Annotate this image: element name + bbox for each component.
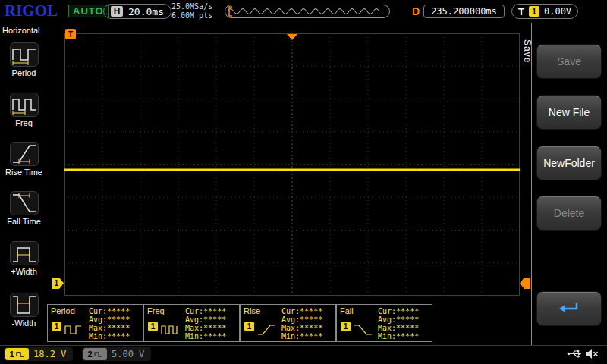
menu-button-delete[interactable]: Delete [536, 196, 602, 231]
sidebar-item-rise-time[interactable]: Rise Time [0, 142, 48, 177]
sidebar-item-label: Rise Time [0, 168, 48, 177]
rise-time-icon [10, 142, 39, 166]
usb-icon [567, 348, 582, 362]
measurement-box-freq[interactable]: Freq 1 Cur:***** Avg:***** Max:***** Min… [143, 304, 240, 342]
measurement-box-fall[interactable]: Fall 1 Cur:***** Avg:***** Max:***** Min… [336, 304, 432, 342]
square-wave-icon [94, 351, 103, 358]
freq-wave-icon [161, 323, 181, 340]
trigger-channel-badge: 1 [529, 6, 539, 17]
channel1-scale: 18.2 V [33, 349, 66, 359]
menu-tab-save: Save [522, 39, 533, 63]
sidebar-item-label: Freq [0, 118, 48, 127]
h-label: H [111, 6, 123, 17]
window-bracket-icon [229, 7, 232, 16]
measurement-values: Cur:***** Avg:***** Max:***** Min:***** [281, 307, 322, 340]
channel1-badge: 1 [5, 348, 29, 360]
horizontal-timebase-readout[interactable]: H 20.0ms [103, 4, 171, 19]
measurement-name: Rise [244, 306, 260, 315]
channel2-badge: 2 [83, 348, 107, 360]
sidebar-item-freq[interactable]: Freq [0, 93, 48, 127]
menu-button-new-file[interactable]: New File [536, 95, 602, 130]
channel1-ground-marker: 1 [52, 278, 64, 292]
delay-value: 235.200000ms [423, 5, 505, 18]
waveform-position-strip [225, 5, 390, 18]
oscilloscope-screen: RIGOL AUTO H 20.0ms 25.0MSa/s 6.00M pts … [0, 0, 607, 364]
measurement-name: Period [51, 306, 75, 315]
channel1-status[interactable]: 1 18.2 V [4, 347, 73, 361]
trigger-label: T [518, 6, 524, 17]
svg-text:1: 1 [55, 279, 59, 287]
sidebar-item-label: -Width [0, 318, 48, 328]
period-wave-icon [64, 323, 84, 340]
trigger-level-value: 0.00V [544, 6, 571, 17]
plus-width-icon [10, 241, 39, 265]
period-icon [10, 42, 39, 67]
measurement-values: Cur:***** Avg:***** Max:***** Min:***** [378, 307, 419, 340]
delay-readout: D 235.200000ms [412, 4, 505, 19]
measurement-name: Fall [340, 306, 354, 315]
sidebar-item-label: Fall Time [0, 217, 48, 226]
sample-rate: 25.0MSa/s [171, 2, 212, 11]
graticule-display [64, 33, 520, 296]
rigol-logo: RIGOL [5, 2, 58, 20]
minus-width-icon [10, 293, 39, 317]
menu-button-new-folder[interactable]: NewFolder [536, 146, 602, 180]
fall-edge-icon [354, 323, 373, 340]
channel-badge: 1 [148, 322, 158, 331]
channel-badge: 1 [341, 322, 351, 331]
measurement-values: Cur:***** Avg:***** Max:***** Min:***** [89, 307, 130, 340]
channel-badge: 1 [244, 322, 254, 331]
trigger-level-marker [520, 278, 530, 292]
sidebar-item-minus-width[interactable]: -Width [0, 293, 48, 328]
return-arrow-icon [557, 300, 581, 317]
sidebar-item-label: Period [0, 68, 48, 77]
measurement-name: Freq [147, 306, 165, 315]
timebase-value: 20.0ms [128, 6, 164, 17]
sidebar-item-label: +Width [0, 267, 48, 276]
trigger-position-marker [287, 34, 297, 40]
rise-edge-icon [257, 323, 277, 340]
channel2-status[interactable]: 2 5.00 V [82, 347, 151, 361]
strip-waveform-icon [225, 5, 389, 17]
trigger-readout[interactable]: T 1 0.00V [511, 4, 578, 19]
grid [64, 33, 520, 296]
menu-button-back[interactable] [536, 291, 602, 326]
acquisition-info: 25.0MSa/s 6.00M pts [171, 2, 212, 20]
square-wave-icon [16, 351, 25, 358]
speaker-muted-icon [585, 348, 599, 362]
sidebar-item-plus-width[interactable]: +Width [0, 241, 48, 276]
delayed-sweep-marker: T [65, 29, 76, 39]
sidebar-title: Horizontal [2, 26, 40, 35]
run-status-badge: AUTO [68, 5, 109, 17]
sidebar-item-period[interactable]: Period [0, 42, 48, 77]
measurement-box-rise[interactable]: Rise 1 Cur:***** Avg:***** Max:***** Min… [240, 304, 336, 342]
measurement-box-period[interactable]: Period 1 Cur:***** Avg:***** Max:***** M… [47, 304, 143, 342]
sidebar-item-fall-time[interactable]: Fall Time [0, 191, 48, 226]
channel2-scale: 5.00 V [112, 349, 144, 359]
freq-icon [10, 93, 39, 117]
menu-button-save[interactable]: Save [536, 44, 602, 79]
channel-badge: 1 [52, 322, 61, 331]
fall-time-icon [10, 191, 39, 215]
delay-label: D [412, 5, 420, 17]
measurement-values: Cur:***** Avg:***** Max:***** Min:***** [185, 307, 226, 340]
memory-depth: 6.00M pts [171, 11, 212, 20]
